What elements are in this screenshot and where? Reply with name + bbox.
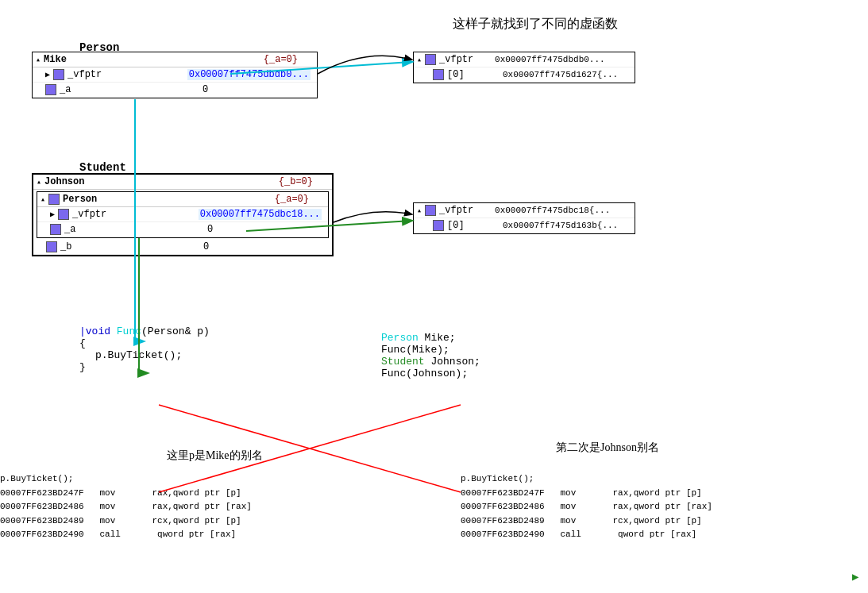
asm-l0-args: rax,qword ptr [p] (152, 488, 241, 498)
student-obj-value: {_b=0} (279, 176, 313, 187)
vtable-student-0-name: [0] (447, 220, 503, 231)
asm-left-row0: 00007FF623BD247F mov rax,qword ptr [p] (0, 487, 252, 501)
student-person-value: {_a=0} (275, 194, 309, 205)
code-line2: { (79, 337, 210, 349)
asm-l2-op: mov (99, 516, 115, 526)
code-args: (Person& p) (141, 325, 210, 337)
person-obj-value: {_a=0} (264, 54, 298, 65)
asm-r3-addr: 00007FF623BD2490 (461, 529, 545, 539)
code-johnson: Johnson; (430, 356, 480, 368)
asm-r2-args: rcx,qword ptr [p] (612, 516, 701, 526)
person-header: ▴ Mike {_a=0} (33, 52, 317, 67)
vtable-person-addr: 0x00007ff7475dbdb0... (495, 55, 605, 64)
vtable-person-0-name: [0] (447, 69, 503, 80)
vtable-student-addr: 0x00007ff7475dbc18{... (495, 206, 610, 215)
asm-l0-addr: 00007FF623BD247F (0, 488, 84, 498)
student-header: ▴ Johnson {_b=0} (33, 175, 332, 190)
asm-left: p.BuyTicket(); 00007FF623BD247F mov rax,… (0, 472, 252, 542)
asm-l1-addr: 00007FF623BD2486 (0, 502, 84, 511)
student-expand-icon[interactable]: ▴ (37, 177, 41, 187)
vtable-student-icon (425, 205, 436, 216)
student-b-row: _b 0 (33, 240, 332, 255)
vfptr-name: _vfptr (68, 69, 115, 80)
asm-r1-addr: 00007FF623BD2486 (461, 502, 545, 511)
asm-right-title: p.BuyTicket(); (461, 472, 712, 487)
asm-r3-args: qword ptr [rax] (618, 529, 696, 539)
student-label: Student (79, 161, 126, 174)
vtable-student-box: ▴ _vfptr 0x00007ff7475dbc18{... [0] 0x00… (413, 202, 635, 234)
asm-left-row1: 00007FF623BD2486 mov rax,qword ptr [rax] (0, 500, 252, 514)
vtable-student-expand[interactable]: ▴ (417, 206, 422, 215)
asm-label-right: 第二次是Johnson别名 (556, 441, 659, 455)
chinese-title: 这样子就找到了不同的虚函数 (453, 16, 618, 33)
kw-func: Func (117, 325, 141, 337)
student-person-expand[interactable]: ▴ (41, 194, 45, 204)
student-obj-name: Johnson (44, 176, 84, 187)
code-right-line4: Func(Johnson); (381, 368, 480, 379)
asm-right-row2: 00007FF623BD2489 mov rcx,qword ptr [p] (461, 514, 712, 529)
a-name: _a (60, 84, 107, 95)
a-icon (45, 84, 56, 95)
main-container: 这样子就找到了不同的虚函数 Person ▴ Mike {_a=0} ▶ _vf… (0, 0, 868, 593)
student-inner-a-value: 0 (207, 224, 213, 235)
asm-r1-args: rax,qword ptr [rax] (612, 502, 712, 511)
vtable-student-row0: [0] 0x00007ff7475d163b{... (414, 218, 635, 233)
asm-l1-args: rax,qword ptr [rax] (152, 502, 251, 511)
asm-right-row0: 00007FF623BD247F mov rax,qword ptr [p] (461, 487, 712, 501)
vfptr-value: 0x00007ff7475dbdb0... (187, 69, 311, 80)
asm-l3-args: qword ptr [rax] (157, 529, 236, 539)
asm-r0-op: mov (560, 488, 576, 498)
code-left: |void Func(Person& p) { p.BuyTicket(); } (79, 325, 210, 373)
vtable-student-0-value: 0x00007ff7475d163b{... (503, 221, 618, 230)
kw-person: Person (381, 332, 425, 344)
person-obj-name: Mike (44, 54, 67, 65)
student-b-name: _b (60, 241, 108, 252)
kw-void: |void (79, 325, 117, 337)
asm-left-row2: 00007FF623BD2489 mov rcx,qword ptr [p] (0, 514, 252, 529)
asm-r0-args: rax,qword ptr [p] (612, 488, 701, 498)
asm-l3-op: call (99, 529, 120, 539)
student-vfptr-icon (58, 209, 69, 220)
asm-right: p.BuyTicket(); 00007FF623BD247F mov rax,… (461, 472, 712, 542)
vtable-person-icon (425, 54, 436, 65)
student-vfptr-value: 0x00007ff7475dbc18... (199, 209, 322, 220)
asm-r3-op: call (560, 529, 581, 539)
asm-l0-op: mov (99, 488, 115, 498)
vtable-person-header: ▴ _vfptr 0x00007ff7475dbdb0... (414, 52, 635, 67)
student-vfptr-expand[interactable]: ▶ (50, 210, 55, 219)
person-a-row: _a 0 (33, 83, 317, 98)
student-inner-a-icon (50, 224, 61, 235)
person-vfptr-row: ▶ _vfptr 0x00007ff7475dbdb0... (33, 67, 317, 83)
asm-r0-addr: 00007FF623BD247F (461, 488, 545, 498)
student-inner-a-row: _a 0 (37, 222, 328, 237)
play-button[interactable]: ▶ (852, 570, 858, 583)
asm-l1-op: mov (99, 502, 115, 511)
vtable-person-expand[interactable]: ▴ (417, 55, 422, 64)
asm-label-left: 这里p是Mike的别名 (167, 449, 263, 463)
person-box: ▴ Mike {_a=0} ▶ _vfptr 0x00007ff7475dbdb… (32, 52, 318, 98)
person-expand-icon[interactable]: ▴ (36, 55, 41, 64)
vtable-person-box: ▴ _vfptr 0x00007ff7475dbdb0... [0] 0x000… (413, 52, 635, 83)
code-right-line1: Person Mike; (381, 332, 480, 344)
student-inner-a-name: _a (64, 224, 112, 235)
student-vfptr-row: ▶ _vfptr 0x00007ff7475dbc18... (37, 207, 328, 222)
asm-l3-addr: 00007FF623BD2490 (0, 529, 84, 539)
asm-l2-addr: 00007FF623BD2489 (0, 516, 84, 526)
vtable-student-header: ▴ _vfptr 0x00007ff7475dbc18{... (414, 203, 635, 218)
asm-r2-op: mov (560, 516, 576, 526)
vtable-person-0-value: 0x00007ff7475d1627{... (503, 70, 618, 79)
student-box: ▴ Johnson {_b=0} ▴ Person {_a=0} ▶ _vfpt… (32, 173, 334, 256)
vtable-person-vfptr: _vfptr (439, 54, 495, 65)
code-right: Person Mike; Func(Mike); Student Johnson… (381, 332, 480, 379)
student-person-header: ▴ Person {_a=0} (37, 192, 328, 207)
asm-r1-op: mov (560, 502, 576, 511)
student-inner-person: ▴ Person {_a=0} ▶ _vfptr 0x00007ff7475db… (37, 191, 329, 238)
student-b-icon (46, 241, 57, 252)
student-b-value: 0 (203, 241, 209, 252)
asm-l2-args: rcx,qword ptr [p] (152, 516, 241, 526)
vtable-student-vfptr: _vfptr (439, 205, 495, 216)
vtable-person-0-icon (433, 69, 444, 80)
vfptr-expand-icon[interactable]: ▶ (45, 70, 50, 79)
vtable-person-row0: [0] 0x00007ff7475d1627{... (414, 67, 635, 83)
asm-right-row1: 00007FF623BD2486 mov rax,qword ptr [rax] (461, 500, 712, 514)
